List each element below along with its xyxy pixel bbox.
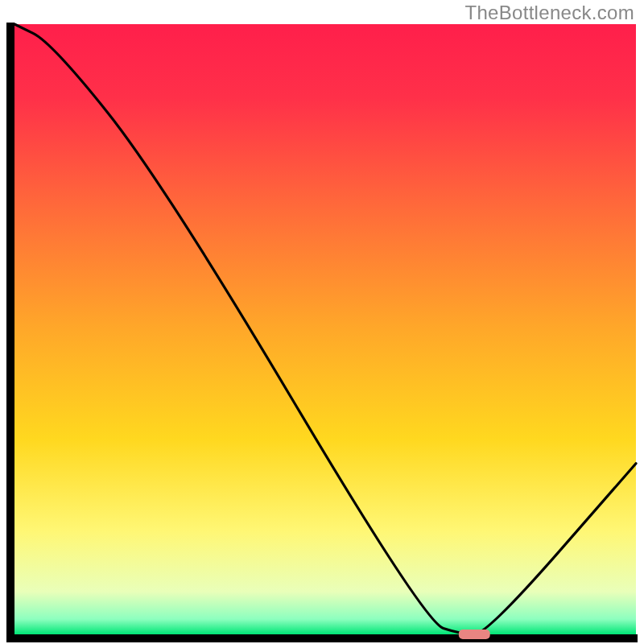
optimal-marker: [459, 630, 490, 639]
axis-bottom: [6, 634, 638, 642]
axis-left: [6, 23, 14, 642]
gradient-background: [14, 24, 636, 634]
bottleneck-curve-chart: [0, 0, 644, 644]
chart-container: TheBottleneck.com: [0, 0, 644, 644]
